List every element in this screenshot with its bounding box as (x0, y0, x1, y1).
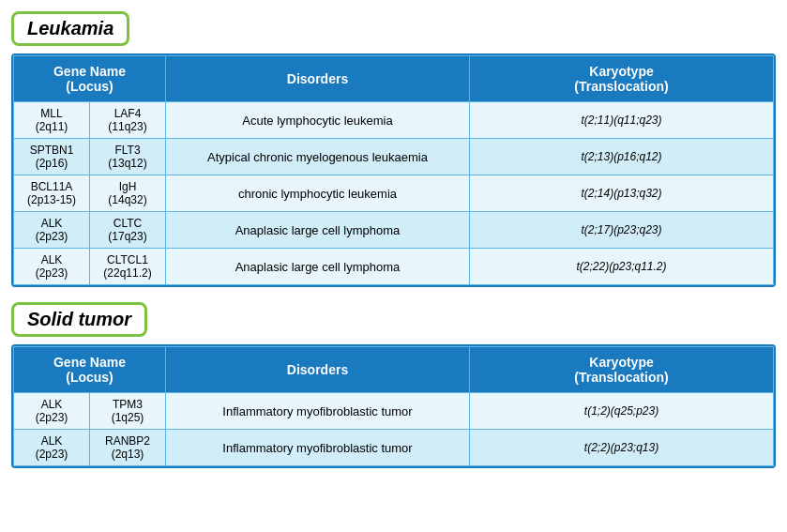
gene2-cell: IgH(14q32) (90, 175, 166, 212)
table-row: ALK(2p23)TPM3(1q25)Inflammatory myofibro… (14, 393, 774, 430)
solid-disorders-header: Disorders (166, 347, 470, 393)
table-row: ALK(2p23)CLTC(17q23)Anaplasic large cell… (14, 212, 774, 249)
leukamia-disorders-header: Disorders (166, 56, 470, 102)
disorder-cell: Anaplasic large cell lymphoma (166, 249, 470, 285)
disorder-cell: Inflammatory myofibroblastic tumor (166, 430, 470, 466)
leukamia-table-wrapper: Gene Name (Locus) Disorders Karyotype (T… (11, 53, 776, 287)
leukamia-section: Leukamia Gene Name (Locus) Disorders Kar… (11, 11, 776, 287)
gene1-cell: ALK(2p23) (14, 212, 90, 249)
karyotype-cell: t(2;14)(p13;q32) (470, 175, 774, 212)
disorder-cell: Anaplasic large cell lymphoma (166, 212, 470, 249)
solid-tumor-section: Solid tumor Gene Name (Locus) Disorders … (11, 302, 776, 468)
karyotype-cell: t(1;2)(q25;p23) (470, 393, 774, 430)
karyotype-cell: t(2;17)(p23;q23) (470, 212, 774, 249)
leukamia-karyotype-header: Karyotype (Translocation) (470, 56, 774, 102)
table-row: SPTBN1(2p16)FLT3(13q12)Atypical chronic … (14, 139, 774, 175)
gene2-cell: RANBP2(2q13) (90, 430, 166, 466)
table-row: BCL11A(2p13-15)IgH(14q32)chronic lymphoc… (14, 175, 774, 212)
karyotype-cell: t(2;13)(p16;q12) (470, 139, 774, 175)
table-row: ALK(2p23)CLTCL1(22q11.2)Anaplasic large … (14, 249, 774, 285)
solid-tumor-label: Solid tumor (11, 302, 147, 337)
gene1-cell: SPTBN1(2p16) (14, 139, 90, 175)
solid-tumor-table-wrapper: Gene Name (Locus) Disorders Karyotype (T… (11, 344, 776, 468)
karyotype-cell: t(2;11)(q11;q23) (470, 102, 774, 139)
gene2-cell: FLT3(13q12) (90, 139, 166, 175)
leukamia-table: Gene Name (Locus) Disorders Karyotype (T… (13, 55, 774, 285)
table-row: MLL(2q11)LAF4(11q23)Acute lymphocytic le… (14, 102, 774, 139)
karyotype-cell: t(2;22)(p23;q11.2) (470, 249, 774, 285)
solid-tumor-table: Gene Name (Locus) Disorders Karyotype (T… (13, 346, 774, 466)
karyotype-cell: t(2;2)(p23;q13) (470, 430, 774, 466)
solid-karyotype-header: Karyotype (Translocation) (470, 347, 774, 393)
gene1-cell: MLL(2q11) (14, 102, 90, 139)
gene1-cell: ALK(2p23) (14, 393, 90, 430)
gene2-cell: TPM3(1q25) (90, 393, 166, 430)
disorder-cell: Acute lymphocytic leukemia (166, 102, 470, 139)
disorder-cell: Atypical chronic myelogenous leukaemia (166, 139, 470, 175)
table-row: ALK(2p23)RANBP2(2q13)Inflammatory myofib… (14, 430, 774, 466)
leukamia-gene-header: Gene Name (Locus) (14, 56, 166, 102)
disorder-cell: Inflammatory myofibroblastic tumor (166, 393, 470, 430)
gene2-cell: CLTC(17q23) (90, 212, 166, 249)
solid-gene-header: Gene Name (Locus) (14, 347, 166, 393)
gene2-cell: LAF4(11q23) (90, 102, 166, 139)
leukamia-label: Leukamia (11, 11, 129, 46)
gene2-cell: CLTCL1(22q11.2) (90, 249, 166, 285)
gene1-cell: BCL11A(2p13-15) (14, 175, 90, 212)
gene1-cell: ALK(2p23) (14, 430, 90, 466)
gene1-cell: ALK(2p23) (14, 249, 90, 285)
disorder-cell: chronic lymphocytic leukemia (166, 175, 470, 212)
